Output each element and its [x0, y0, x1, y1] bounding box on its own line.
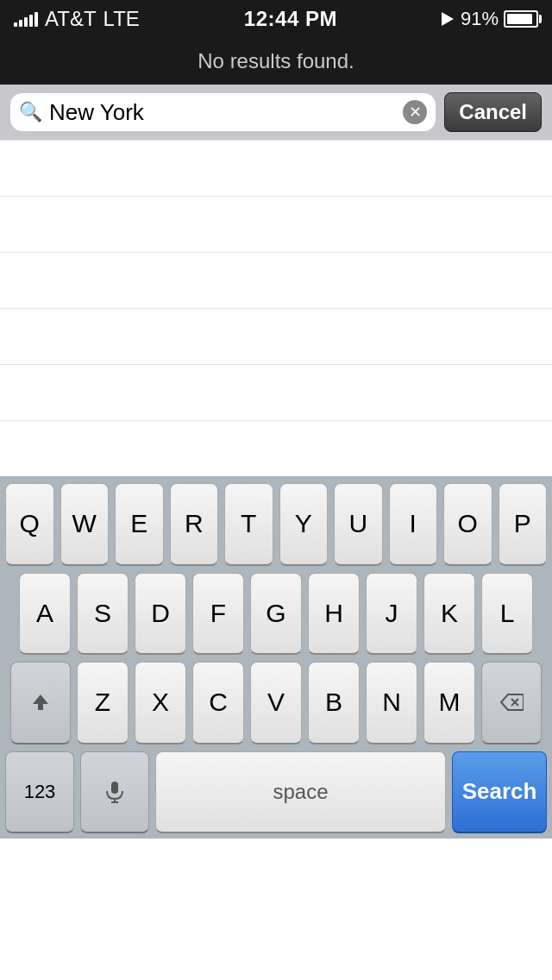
key-n[interactable]: N — [366, 662, 417, 744]
result-row — [0, 309, 552, 365]
key-c[interactable]: C — [192, 662, 244, 744]
microphone-icon — [105, 781, 124, 803]
cancel-button[interactable]: Cancel — [444, 92, 542, 132]
key-l[interactable]: L — [481, 573, 533, 656]
space-key[interactable]: space — [155, 751, 446, 834]
battery-percent-label: 91% — [461, 8, 499, 30]
search-input-container: 🔍 ✕ — [10, 93, 436, 131]
result-row — [0, 197, 552, 253]
keyboard-bottom-row: 123 space Search — [5, 751, 547, 834]
key-a[interactable]: A — [19, 573, 71, 656]
key-q[interactable]: Q — [5, 483, 54, 566]
key-i[interactable]: I — [389, 483, 438, 566]
key-g[interactable]: G — [250, 573, 302, 656]
numbers-key[interactable]: 123 — [5, 751, 74, 834]
key-s[interactable]: S — [77, 573, 129, 656]
key-x[interactable]: X — [135, 662, 186, 744]
key-y[interactable]: Y — [279, 483, 329, 566]
battery-fill — [507, 14, 532, 24]
clear-button[interactable]: ✕ — [403, 100, 427, 124]
search-bar: 🔍 ✕ Cancel — [0, 85, 552, 140]
result-row — [0, 365, 552, 421]
svg-rect-2 — [111, 782, 118, 794]
search-key[interactable]: Search — [452, 751, 547, 834]
key-u[interactable]: U — [334, 483, 383, 566]
key-m[interactable]: M — [423, 662, 475, 744]
battery-icon — [504, 10, 538, 28]
key-b[interactable]: B — [308, 662, 360, 744]
signal-bars-icon — [14, 11, 38, 27]
results-area — [0, 140, 552, 476]
status-right: 91% — [442, 8, 538, 30]
key-r[interactable]: R — [170, 483, 219, 566]
key-o[interactable]: O — [443, 483, 492, 566]
key-k[interactable]: K — [423, 573, 475, 656]
key-t[interactable]: T — [224, 483, 273, 566]
battery-container: 91% — [461, 8, 538, 30]
delete-icon — [499, 693, 524, 712]
time-display: 12:44 PM — [244, 7, 337, 31]
keyboard-row-3: Z X C V B N M — [5, 662, 547, 744]
key-v[interactable]: V — [250, 662, 302, 744]
key-z[interactable]: Z — [77, 662, 129, 744]
keyboard-row-1: Q W E R T Y U I O P — [5, 483, 547, 566]
keyboard: Q W E R T Y U I O P A S D F G H J K L Z … — [0, 476, 552, 839]
result-row — [0, 141, 552, 197]
delete-key[interactable] — [481, 662, 542, 744]
key-d[interactable]: D — [135, 573, 186, 656]
result-row — [0, 421, 552, 477]
status-left: AT&T LTE — [14, 7, 140, 31]
key-h[interactable]: H — [308, 573, 360, 656]
network-type-label: LTE — [104, 7, 140, 31]
microphone-key[interactable] — [80, 751, 149, 834]
keyboard-row-2: A S D F G H J K L — [5, 573, 547, 656]
search-input[interactable] — [49, 99, 396, 126]
shift-icon — [30, 692, 51, 713]
key-p[interactable]: P — [499, 483, 548, 566]
key-e[interactable]: E — [115, 483, 164, 566]
key-w[interactable]: W — [60, 483, 110, 566]
key-j[interactable]: J — [366, 573, 417, 656]
result-row — [0, 253, 552, 309]
carrier-label: AT&T — [45, 7, 97, 31]
play-icon — [442, 12, 454, 26]
search-icon: 🔍 — [19, 101, 42, 123]
no-results-bar: No results found. — [0, 38, 552, 85]
no-results-message: No results found. — [198, 49, 354, 73]
status-bar: AT&T LTE 12:44 PM 91% — [0, 0, 552, 38]
key-f[interactable]: F — [192, 573, 244, 656]
shift-key[interactable] — [10, 662, 71, 744]
